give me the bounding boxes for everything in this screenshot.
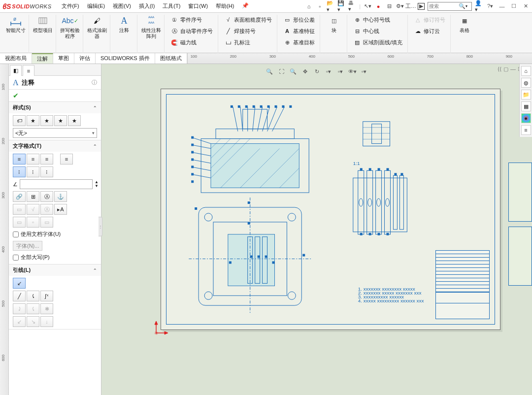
style-add-icon[interactable]: ★ [27, 115, 39, 126]
search-icon[interactable]: 🔍 [459, 3, 466, 9]
panel-tab-property[interactable]: ≡ [23, 65, 34, 76]
taskpane-view-icon[interactable]: ▦ [521, 101, 531, 111]
all-caps-checkbox[interactable] [13, 255, 19, 261]
taskpane-appearance-icon[interactable]: ● [521, 113, 531, 123]
tab-annotate[interactable]: 注解 [32, 53, 53, 64]
taskpane-design-icon[interactable]: ◍ [521, 78, 531, 88]
pin-icon[interactable]: 📌 [239, 1, 252, 11]
area-hatch-button[interactable]: ▨区域剖面线/填充 [351, 37, 404, 47]
tab-layout[interactable]: 视图布局 [0, 53, 32, 64]
angle-input[interactable] [20, 179, 93, 189]
menu-edit[interactable]: 编辑(E) [84, 1, 108, 11]
leader-header[interactable]: 引线(L)⌃ [9, 264, 101, 276]
link-icon[interactable]: 🔗 [13, 191, 26, 202]
style-update-icon[interactable]: ★ [40, 115, 53, 126]
justify-right-icon[interactable]: ⫶ [40, 166, 53, 177]
user-icon[interactable]: 👤▾ [475, 2, 483, 10]
style-load-icon[interactable]: ★ [68, 115, 81, 126]
display-icon[interactable]: ▫▾ [336, 67, 345, 76]
centerline-button[interactable]: ⊟中心线 [351, 26, 404, 36]
format-painter-button[interactable]: 🖌 格式涂刷器 [87, 15, 107, 39]
taskpane-custom-icon[interactable]: ≡ [521, 125, 531, 135]
hide-icon[interactable]: 👁▾ [348, 67, 357, 76]
balloon-button[interactable]: ①零件序号 [168, 15, 215, 25]
style-header[interactable]: 样式(S)⌃ [9, 102, 101, 113]
style-delete-icon[interactable]: ★ [54, 115, 67, 126]
add-symbol-icon[interactable]: Ⓐ [40, 191, 53, 202]
new-icon[interactable]: ▫ [316, 2, 324, 10]
options-icon[interactable]: ⊟ [385, 2, 393, 10]
title-block[interactable] [435, 250, 490, 319]
style-dropdown[interactable]: <无> [13, 128, 97, 138]
rotate-icon[interactable]: ↻ [312, 67, 321, 76]
search-box[interactable]: 🔍▾ [428, 2, 472, 11]
linear-pattern-button[interactable]: ᴬᴬᴬᴬᴬᴬ 线性注释阵列 [141, 15, 161, 39]
align-top-icon[interactable]: ≡ [60, 154, 73, 165]
style-default-icon[interactable]: 🏷 [13, 115, 26, 126]
insert-prop-icon[interactable]: ⊞ [27, 191, 39, 202]
section-icon[interactable]: ▫▾ [324, 67, 333, 76]
datum-button[interactable]: A基准特征 [281, 26, 317, 36]
doc-prev-icon[interactable]: ⟨⟨ [498, 66, 501, 72]
justify-center-icon[interactable]: ⫶ [27, 166, 39, 177]
model-items-button[interactable]: 模型项目 [33, 15, 53, 33]
home-icon[interactable]: ⌂ [305, 2, 313, 10]
doc-min-icon[interactable]: ▢ [503, 66, 508, 72]
use-doc-font-checkbox[interactable] [13, 231, 19, 237]
note-button[interactable]: A 注释 [114, 15, 134, 33]
center-mark-button[interactable]: ⊕中心符号线 [351, 15, 404, 25]
block-button[interactable]: ◫ 块 [324, 15, 344, 33]
align-left-icon[interactable]: ≡ [13, 154, 26, 165]
rebuild-icon[interactable]: ● [374, 2, 382, 10]
align-center-icon[interactable]: ≡ [27, 154, 39, 165]
print-icon[interactable]: 🖶▾ [348, 2, 356, 10]
spinner-icon[interactable]: ▲▼ [95, 180, 99, 188]
help-icon[interactable]: ?▾ [486, 3, 495, 9]
magline-button[interactable]: 🧲磁力线 [168, 37, 215, 47]
menu-file[interactable]: 文件(F) [59, 1, 82, 11]
save-icon[interactable]: 💾▾ [337, 2, 345, 10]
search-input[interactable] [429, 3, 459, 9]
smart-dimension-button[interactable]: ø 智能尺寸 [6, 15, 26, 33]
appearance-icon[interactable]: ▫▾ [360, 67, 368, 76]
settings-icon[interactable]: ⚙▾ [396, 2, 404, 10]
tab-evaluate[interactable]: 评估 [74, 53, 96, 64]
doc-max-icon[interactable]: — [510, 66, 516, 72]
ok-icon[interactable]: ✔ [13, 92, 19, 99]
all-caps-check[interactable]: 全部大写(P) [13, 253, 97, 262]
taskpane-file-icon[interactable]: 📁 [521, 90, 531, 99]
zoom-fit-icon[interactable]: ⛶ [277, 67, 286, 76]
tab-sketch[interactable]: 草图 [53, 53, 74, 64]
gtol-button[interactable]: ▭形位公差 [281, 15, 317, 25]
menu-window[interactable]: 窗口(W) [185, 1, 211, 11]
textformat-header[interactable]: 文字格式(T)⌃ [9, 140, 101, 152]
leader-spline-icon[interactable]: ∫ˣ [40, 291, 53, 301]
pan-icon[interactable]: ✥ [300, 67, 309, 76]
rev-cloud-button[interactable]: ☁修订云 [412, 26, 447, 36]
flag-icon[interactable]: ▸A [54, 204, 67, 215]
spell-check-button[interactable]: Abc✓ 拼写检验程序 [60, 15, 80, 39]
panel-splitter[interactable]: ⋮ [99, 217, 102, 236]
minimize-icon[interactable]: — [498, 3, 506, 9]
leader-straight-icon[interactable]: ╱ [13, 291, 26, 301]
zoom-icon[interactable]: 🔍 [265, 67, 274, 76]
run-icon[interactable]: ▶ [418, 3, 425, 10]
tab-addins[interactable]: SOLIDWORKS 插件 [96, 53, 155, 64]
align-right-icon[interactable]: ≡ [40, 154, 53, 165]
close-icon[interactable]: ✕ [521, 3, 530, 9]
drawing-canvas[interactable]: 🔍 ⛶ 🔍 ✥ ↻ ▫▾ ▫▾ 👁▾ ▫▾ ⟨⟨ ▢ — ☐ ✕ [101, 64, 532, 395]
menu-view[interactable]: 视图(V) [110, 1, 134, 11]
menu-tools[interactable]: 工具(T) [160, 1, 183, 11]
auto-balloon-button[interactable]: Ⓐ自动零件序号 [168, 26, 215, 36]
tables-button[interactable]: ▦ 表格 [455, 15, 474, 33]
open-icon[interactable]: 📂▾ [327, 2, 334, 10]
cursor-icon[interactable]: ↖▾ [364, 2, 371, 10]
zoom-area-icon[interactable]: 🔍 [289, 67, 298, 76]
maximize-icon[interactable]: ☐ [509, 3, 518, 9]
leader-auto-icon[interactable]: ↙ [13, 278, 26, 289]
justify-left-icon[interactable]: ⫶ [13, 166, 26, 177]
drawing-sheet[interactable]: 1:1 1. xxxxxxx xxxxxxxx xxxxx 2. xxxxxxx… [161, 89, 500, 330]
tools-icon[interactable]: 工… [407, 2, 415, 10]
hole-callout-button[interactable]: ⌴孔标注 [222, 37, 274, 47]
lock-icon[interactable]: ⚓ [54, 191, 67, 202]
